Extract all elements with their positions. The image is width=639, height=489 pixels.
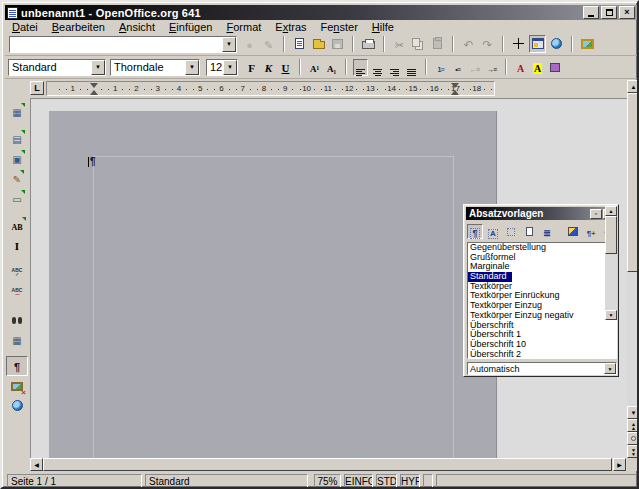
right-indent-marker[interactable]	[451, 83, 459, 88]
status-page[interactable]: Seite 1 / 1	[7, 474, 142, 488]
align-left-button[interactable]	[353, 59, 368, 76]
redo-button[interactable]: ↷	[479, 35, 496, 53]
url-combo-value[interactable]	[10, 37, 222, 52]
character-styles-button[interactable]: A	[485, 224, 501, 239]
left-indent-marker[interactable]	[90, 83, 98, 88]
find-button[interactable]	[6, 309, 28, 329]
style-filter-value[interactable]: Automatisch	[468, 363, 604, 374]
draw-functions-button[interactable]: ✎	[6, 168, 28, 188]
paragraph-style-combo[interactable]: Standard ▼	[8, 59, 106, 76]
chevron-down-icon[interactable]: ▼	[91, 60, 105, 75]
open-button[interactable]	[310, 35, 327, 53]
paragraph-background-button[interactable]	[547, 59, 562, 76]
stylist-title-bar[interactable]: Absatzvorlagen ▫ ×	[466, 207, 616, 220]
bullets-button[interactable]: •≡	[450, 59, 465, 76]
chevron-down-icon[interactable]: ▼	[223, 60, 237, 75]
maximize-button[interactable]	[601, 6, 617, 19]
chevron-down-icon[interactable]: ▼	[604, 363, 616, 374]
stylist-window[interactable]: Absatzvorlagen ▫ × ¶A≣¶+¶ Gegenüberstell…	[463, 204, 619, 377]
navigator-button[interactable]	[510, 35, 527, 53]
stylist-button[interactable]	[529, 35, 546, 53]
nonprinting-characters-button[interactable]: ¶	[6, 356, 28, 376]
close-button[interactable]: ×	[619, 6, 635, 19]
data-sources-button[interactable]: ▦	[6, 329, 28, 349]
page-styles-button[interactable]	[521, 224, 537, 239]
align-center-button[interactable]	[370, 59, 385, 76]
left-indent-marker[interactable]	[90, 90, 98, 95]
scroll-left-button[interactable]: ◀	[30, 458, 43, 471]
style-list-scrollbar[interactable]: ▲ ▼	[605, 206, 617, 320]
menu-hilfe[interactable]: Hilfe	[365, 21, 401, 33]
paragraph-styles-button[interactable]: ¶	[467, 224, 483, 239]
subscript-button[interactable]: A₁	[324, 59, 339, 76]
menu-ansicht[interactable]: Ansicht	[112, 21, 162, 33]
online-layout-button[interactable]	[6, 396, 28, 416]
save-button[interactable]	[329, 35, 346, 53]
style-list-item[interactable]: Überschrift 2	[468, 350, 616, 359]
title-bar[interactable]: unbenannt1 - OpenOffice.org 641 ×	[5, 5, 637, 20]
new-style-button[interactable]: ¶+	[583, 224, 599, 239]
underline-button[interactable]: U	[278, 59, 293, 76]
highlighting-button[interactable]: A	[530, 59, 545, 76]
scroll-up-button[interactable]: ▲	[605, 206, 617, 216]
form-functions-button[interactable]: ▭	[6, 188, 28, 208]
bold-button[interactable]: F	[244, 59, 259, 76]
right-indent-marker[interactable]	[451, 90, 459, 95]
fill-format-button[interactable]	[565, 224, 581, 239]
minimize-button[interactable]	[583, 6, 599, 19]
font-name-combo[interactable]: Thorndale ▼	[110, 59, 200, 76]
status-hyperlink-mode[interactable]: HYP	[400, 474, 420, 488]
scroll-up-button[interactable]: ▲	[627, 80, 639, 93]
edit-file-button[interactable]: ✎	[260, 35, 277, 53]
menu-bearbeiten[interactable]: Bearbeiten	[45, 21, 112, 33]
scroll-right-button[interactable]: ▶	[613, 458, 626, 471]
menu-datei[interactable]: Datei	[5, 21, 45, 33]
navigation-button[interactable]	[627, 432, 639, 445]
scroll-thumb[interactable]	[605, 216, 617, 254]
scroll-down-button[interactable]: ▼	[627, 406, 639, 419]
superscript-button[interactable]: A¹	[307, 59, 322, 76]
scroll-down-button[interactable]: ▼	[605, 310, 617, 320]
menu-extras[interactable]: Extras	[268, 21, 313, 33]
paragraph-style-value[interactable]: Standard	[9, 60, 91, 75]
font-size-value[interactable]: 12	[207, 60, 223, 75]
style-list[interactable]: GegenüberstellungGrußformelMarginaleStan…	[467, 242, 617, 359]
justify-button[interactable]	[404, 59, 419, 76]
undo-button[interactable]: ↶	[460, 35, 477, 53]
url-combo[interactable]: ▼	[9, 36, 237, 53]
status-style[interactable]: Standard	[145, 474, 308, 488]
spellcheck-button[interactable]: ABC✓	[6, 262, 28, 282]
direct-cursor-button[interactable]: I	[6, 235, 28, 255]
style-filter-combo[interactable]: Automatisch ▼	[467, 362, 617, 375]
previous-page-button[interactable]: ▲▲	[627, 419, 639, 432]
insert-objects-button[interactable]: ▣	[6, 148, 28, 168]
gallery-button[interactable]	[579, 35, 596, 53]
increase-indent-button[interactable]: →≡	[484, 59, 499, 76]
horizontal-scrollbar[interactable]: ◀ ▶	[30, 458, 627, 471]
cut-button[interactable]: ✂	[391, 35, 408, 53]
numbering-styles-button[interactable]: ≣	[539, 224, 555, 239]
font-size-combo[interactable]: 12 ▼	[206, 59, 238, 76]
font-name-value[interactable]: Thorndale	[111, 60, 185, 75]
frame-styles-button[interactable]	[503, 224, 519, 239]
stylist-dock-button[interactable]: ▫	[590, 209, 602, 219]
paste-button[interactable]	[429, 35, 446, 53]
decrease-indent-button[interactable]: ←≡	[467, 59, 482, 76]
chevron-down-icon[interactable]: ▼	[185, 60, 199, 75]
copy-button[interactable]	[410, 35, 427, 53]
numbering-button[interactable]: 1≡	[433, 59, 448, 76]
insert-fields-button[interactable]: ▤	[6, 128, 28, 148]
vertical-scrollbar[interactable]: ▲ ▼ ▲▲ ▼▼	[627, 80, 639, 471]
insert-button[interactable]: ▦	[6, 101, 28, 121]
stop-button[interactable]: ●	[241, 35, 258, 53]
italic-button[interactable]: K	[261, 59, 276, 76]
align-right-button[interactable]	[387, 59, 402, 76]
hyperlink-dialog-button[interactable]	[548, 35, 565, 53]
font-color-button[interactable]: A	[513, 59, 528, 76]
menu-fenster[interactable]: Fenster	[314, 21, 365, 33]
horizontal-ruler[interactable]: 1123456789101112131415161718	[46, 81, 495, 96]
autotext-button[interactable]: AB	[6, 215, 28, 235]
tab-type-selector[interactable]: L	[30, 81, 44, 95]
status-zoom[interactable]: 75%	[314, 474, 341, 488]
status-insert-mode[interactable]: EINFG	[344, 474, 373, 488]
